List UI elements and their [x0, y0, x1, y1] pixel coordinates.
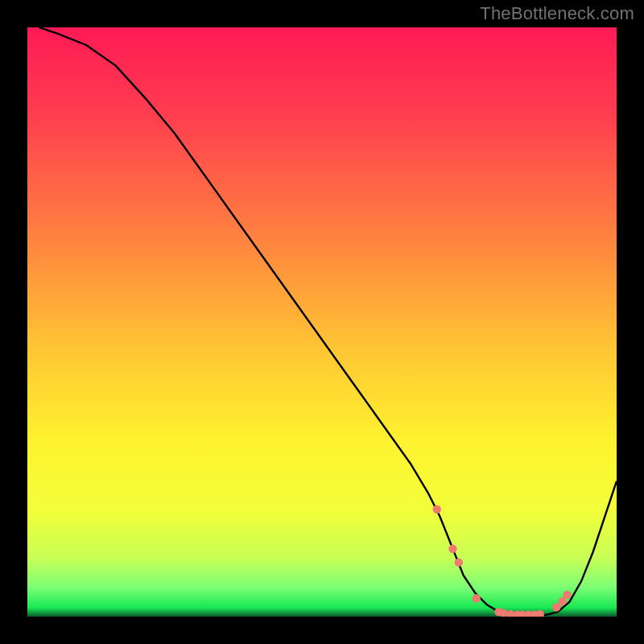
data-marker — [473, 594, 481, 602]
data-marker — [563, 591, 571, 599]
data-marker — [455, 558, 463, 566]
bottleneck-curve — [39, 27, 617, 616]
data-marker — [552, 603, 560, 611]
curve-overlay — [27, 27, 617, 617]
marker-group — [433, 506, 572, 617]
data-marker — [433, 506, 441, 514]
attribution-text: TheBottleneck.com — [480, 3, 634, 24]
data-marker — [506, 610, 514, 617]
chart-container: TheBottleneck.com — [0, 0, 644, 644]
data-marker — [536, 610, 544, 617]
plot-area — [27, 27, 617, 617]
data-marker — [448, 545, 456, 553]
